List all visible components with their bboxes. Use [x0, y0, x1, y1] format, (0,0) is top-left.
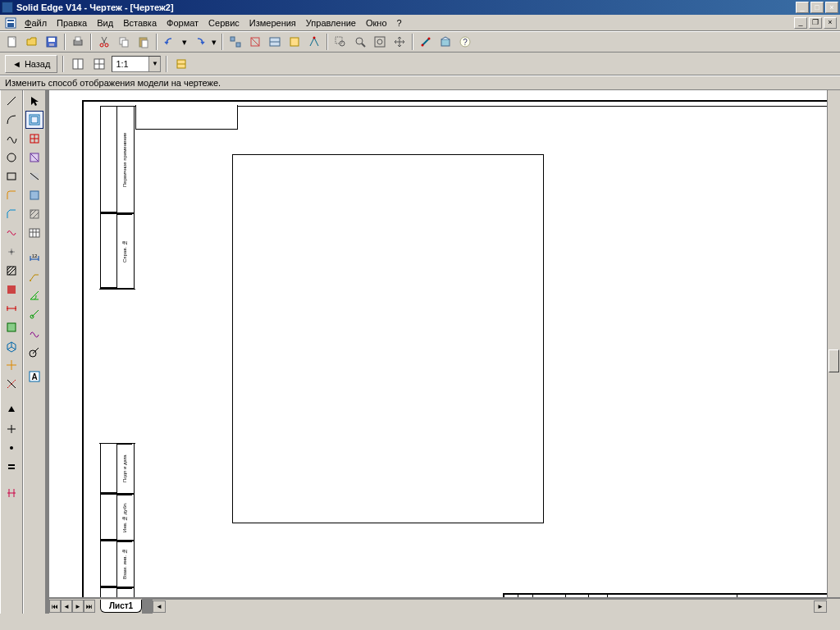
- undo-dropdown[interactable]: ▾: [180, 33, 189, 51]
- sheet-tab-1[interactable]: Лист1: [100, 600, 142, 613]
- active-drawing-tool[interactable]: [25, 111, 43, 129]
- menu-help[interactable]: ?: [392, 16, 407, 30]
- scroll-right-button[interactable]: ►: [814, 600, 827, 613]
- tool-6[interactable]: [417, 33, 435, 51]
- tool-2[interactable]: [246, 33, 264, 51]
- chamfer-tool[interactable]: [2, 205, 21, 223]
- constraint-tool[interactable]: [2, 484, 21, 502]
- table-tool[interactable]: [25, 224, 43, 242]
- arrow-up-tool[interactable]: [2, 401, 21, 419]
- hatch-tool[interactable]: [2, 262, 21, 280]
- horizontal-scrollbar[interactable]: ◄ ►: [153, 599, 827, 614]
- paste-button[interactable]: [135, 33, 153, 51]
- menu-manage[interactable]: Управление: [301, 16, 361, 30]
- open-button[interactable]: [23, 33, 41, 51]
- zoom-button[interactable]: [351, 33, 369, 51]
- menu-view[interactable]: Вид: [92, 16, 118, 30]
- first-sheet-button[interactable]: ⏮: [49, 600, 61, 613]
- svg-point-42: [7, 153, 16, 162]
- line-tool[interactable]: [2, 92, 21, 110]
- equals-tool[interactable]: [2, 458, 21, 476]
- placed-view[interactable]: [232, 154, 544, 523]
- zoom-fit-button[interactable]: [371, 33, 389, 51]
- help-button[interactable]: ?: [456, 33, 474, 51]
- block-tool[interactable]: [2, 318, 21, 336]
- scale-combo[interactable]: 1:1 ▼: [112, 56, 161, 72]
- left-ref-column: Первичное применение Справ. № Подп и дат…: [100, 106, 135, 597]
- circle-tool[interactable]: [2, 148, 21, 167]
- app-menu-icon[interactable]: [5, 17, 16, 29]
- redo-button[interactable]: [190, 33, 208, 51]
- mdi-restore-button[interactable]: ❐: [809, 17, 822, 29]
- text-tool[interactable]: A: [25, 368, 43, 386]
- resize-grip[interactable]: [827, 599, 840, 614]
- menu-dimensions[interactable]: Измерения: [244, 16, 301, 30]
- new-button[interactable]: [3, 33, 21, 51]
- redo-dropdown[interactable]: ▾: [210, 33, 218, 51]
- mdi-close-button[interactable]: ×: [824, 17, 837, 29]
- dim-wave-tool[interactable]: [25, 324, 43, 342]
- pan-button[interactable]: [390, 33, 409, 51]
- select-arrow-tool[interactable]: [25, 92, 43, 110]
- menu-format[interactable]: Формат: [162, 16, 203, 30]
- iso-tool[interactable]: [2, 337, 21, 355]
- minimize-button[interactable]: _: [796, 2, 809, 13]
- rect-tool[interactable]: [2, 167, 21, 185]
- copy-button[interactable]: [115, 33, 133, 51]
- cross-tool[interactable]: [2, 420, 21, 438]
- dot-tool[interactable]: [2, 439, 21, 457]
- separator: [156, 34, 158, 50]
- tool-1[interactable]: [226, 33, 244, 51]
- left-signdate2-label: Подп и дата: [117, 588, 132, 597]
- menu-edit[interactable]: Правка: [52, 16, 92, 30]
- close-button[interactable]: ×: [825, 2, 838, 13]
- pattern45-tool[interactable]: [25, 205, 43, 223]
- curve-tool[interactable]: [2, 130, 21, 148]
- scroll-thumb[interactable]: [829, 349, 839, 372]
- next-sheet-button[interactable]: ►: [72, 600, 84, 613]
- menu-tools[interactable]: Сервис: [203, 16, 244, 30]
- fillet-tool[interactable]: [2, 186, 21, 204]
- save-button[interactable]: [43, 33, 61, 51]
- menu-insert[interactable]: Вставка: [118, 16, 162, 30]
- cut-plane-tool[interactable]: [25, 148, 43, 167]
- fill-tool[interactable]: [2, 281, 21, 299]
- arc-tool[interactable]: [2, 111, 21, 129]
- undo-button[interactable]: [161, 33, 179, 51]
- zoom-area-button[interactable]: [331, 33, 349, 51]
- point-tool[interactable]: [2, 243, 21, 261]
- grid-red-tool[interactable]: [25, 130, 43, 148]
- svg-rect-15: [231, 37, 235, 41]
- dim-linear-tool[interactable]: 12: [25, 249, 43, 267]
- mdi-minimize-button[interactable]: _: [794, 17, 807, 29]
- view-option-button[interactable]: [172, 55, 190, 73]
- trim-tool[interactable]: [2, 375, 21, 393]
- vertical-scrollbar[interactable]: [827, 90, 840, 597]
- svg-line-18: [251, 38, 259, 46]
- detail-blue-tool[interactable]: [25, 186, 43, 204]
- drawing-canvas[interactable]: Первичное применение Справ. № Подп и дат…: [49, 90, 827, 597]
- tool-5[interactable]: [305, 33, 323, 51]
- move-arrows-tool[interactable]: [2, 356, 21, 374]
- dim-leader-tool[interactable]: [25, 267, 43, 285]
- layout-1-button[interactable]: [69, 55, 87, 73]
- back-button[interactable]: ◄ Назад: [5, 55, 57, 73]
- tool-3[interactable]: [266, 33, 284, 51]
- tool-7[interactable]: [436, 33, 454, 51]
- maximize-button[interactable]: □: [810, 2, 824, 13]
- dim-radial-tool[interactable]: [25, 343, 43, 361]
- dimension-tool[interactable]: [2, 299, 21, 317]
- cut-button[interactable]: [95, 33, 113, 51]
- spline-tool[interactable]: [2, 224, 21, 242]
- layout-2-button[interactable]: [90, 55, 108, 73]
- menu-file[interactable]: Файл: [20, 16, 52, 30]
- scroll-left-button[interactable]: ◄: [153, 600, 166, 613]
- tool-4[interactable]: [285, 33, 304, 51]
- menu-window[interactable]: Окно: [361, 16, 392, 30]
- prev-sheet-button[interactable]: ◄: [61, 600, 72, 613]
- last-sheet-button[interactable]: ⏭: [84, 600, 95, 613]
- print-button[interactable]: [69, 33, 87, 51]
- section-tool[interactable]: [25, 167, 43, 185]
- dim-angular-tool[interactable]: [25, 286, 43, 304]
- dim-origin-tool[interactable]: [25, 305, 43, 323]
